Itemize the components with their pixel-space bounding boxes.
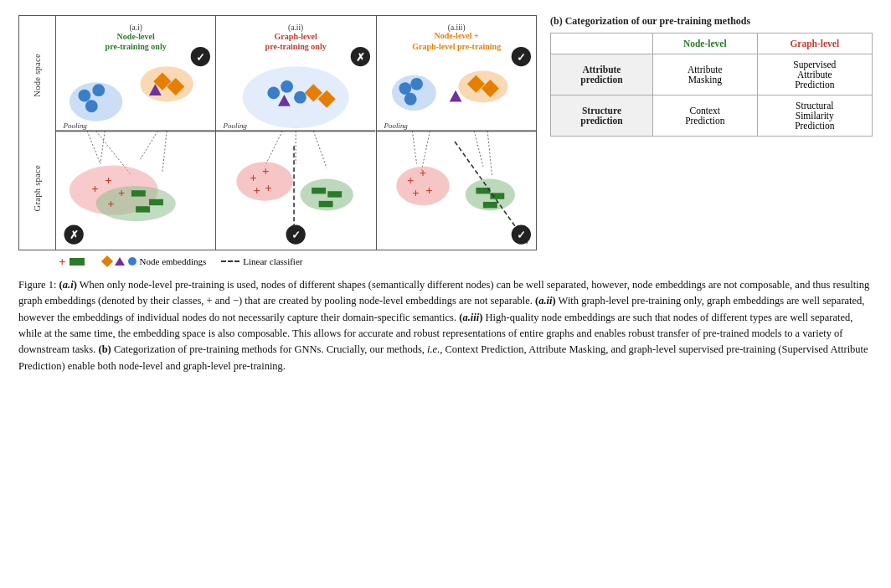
svg-text:✓: ✓ — [196, 52, 205, 64]
svg-line-77 — [474, 131, 483, 166]
svg-text:✓: ✓ — [517, 230, 526, 241]
panel-a-ii-svg: (a.ii) Graph-level pre-training only ✗ — [216, 16, 375, 250]
svg-text:Pooling: Pooling — [62, 121, 87, 130]
col-header-node-level: Node-level — [652, 34, 757, 54]
svg-rect-26 — [131, 190, 146, 196]
cell-attribute-graph: SupervisedAttributePrediction — [757, 54, 872, 95]
svg-point-7 — [92, 84, 105, 96]
cell-attribute-node: AttributeMasking — [652, 54, 757, 95]
table-row-structure: Structureprediction ContextPrediction St… — [551, 95, 873, 137]
svg-text:(a.ii): (a.ii) — [288, 23, 303, 33]
legend-graph-embeddings: + — [59, 255, 88, 269]
cell-structure-node: ContextPrediction — [652, 95, 757, 137]
svg-text:Graph-level: Graph-level — [275, 32, 317, 41]
svg-text:+: + — [118, 186, 125, 199]
svg-line-18 — [140, 131, 157, 159]
categorization-table: Node-level Graph-level Attributepredicti… — [550, 33, 873, 137]
cat-title: (b) Categorization of our pre-training m… — [550, 15, 873, 28]
svg-text:Pooling: Pooling — [223, 121, 248, 130]
left-section: Node space Graph space (a.i) Node-level … — [18, 15, 537, 269]
svg-text:+: + — [105, 173, 111, 187]
svg-point-67 — [410, 78, 423, 90]
rect-symbol — [70, 258, 85, 266]
main-container: Node space Graph space (a.i) Node-level … — [0, 0, 891, 389]
svg-text:pre-training only: pre-training only — [265, 42, 327, 51]
legend-row: + Node embeddings Linear classifier — [18, 255, 537, 269]
svg-text:+: + — [425, 183, 432, 197]
svg-line-78 — [487, 131, 492, 175]
svg-text:+: + — [265, 181, 271, 194]
svg-rect-28 — [136, 206, 150, 212]
outer-wrapper: Node space Graph space (a.i) Node-level … — [18, 15, 873, 269]
panel-a-ii: (a.ii) Graph-level pre-training only ✗ — [216, 16, 376, 250]
svg-text:✗: ✗ — [70, 230, 79, 241]
dash-symbol — [221, 260, 239, 262]
cross-symbol: + — [59, 255, 66, 269]
svg-line-47 — [314, 131, 327, 168]
y-label-node-space: Node space — [33, 54, 42, 97]
row-header-structure: Structureprediction — [551, 95, 653, 137]
svg-text:+: + — [262, 164, 269, 178]
svg-point-38 — [281, 80, 294, 93]
svg-text:Node-level +: Node-level + — [434, 31, 479, 40]
col-header-graph-level: Graph-level — [757, 34, 872, 54]
svg-rect-87 — [483, 202, 497, 208]
panels-and-ylabels: Node space Graph space (a.i) Node-level … — [18, 15, 537, 250]
legend-node-embeddings: Node embeddings — [103, 256, 207, 266]
svg-rect-27 — [149, 199, 163, 205]
svg-line-45 — [265, 131, 282, 166]
svg-text:Pooling: Pooling — [383, 121, 408, 130]
diamond-symbol — [100, 255, 112, 267]
table-row-attribute: Attributeprediction AttributeMasking Sup… — [551, 54, 873, 95]
svg-rect-55 — [328, 191, 342, 197]
svg-point-39 — [294, 91, 306, 104]
panel-a-iii: (a.iii) Node-level + Graph-level pre-tra… — [377, 16, 536, 250]
svg-text:✗: ✗ — [356, 52, 365, 64]
table-header-row: Node-level Graph-level — [551, 34, 873, 54]
svg-text:+: + — [412, 186, 419, 199]
panel-a-iii-svg: (a.iii) Node-level + Graph-level pre-tra… — [377, 16, 536, 250]
figure-caption: Figure 1: (a.i) When only node-level pre… — [18, 277, 873, 374]
svg-point-69 — [458, 70, 507, 102]
svg-text:+: + — [407, 173, 414, 187]
svg-line-75 — [412, 131, 416, 163]
svg-text:Node-level: Node-level — [117, 32, 155, 41]
y-axis-labels: Node space Graph space — [19, 16, 56, 250]
svg-point-37 — [268, 86, 281, 99]
svg-text:Graph-level pre-training: Graph-level pre-training — [412, 42, 501, 51]
svg-point-66 — [399, 82, 411, 95]
row-header-attribute: Attributeprediction — [551, 54, 653, 95]
svg-text:pre-training only: pre-training only — [106, 42, 167, 51]
legend-node-label: Node embeddings — [140, 256, 207, 266]
svg-point-8 — [85, 100, 98, 112]
col-header-empty — [551, 34, 653, 54]
svg-text:+: + — [419, 166, 425, 179]
svg-rect-54 — [312, 188, 327, 193]
svg-text:+: + — [250, 171, 257, 184]
svg-text:(a.i): (a.i) — [129, 23, 142, 33]
legend-linear-classifier: Linear classifier — [221, 256, 302, 266]
categorization-box: (b) Categorization of our pre-training m… — [550, 15, 873, 137]
cell-structure-graph: StructuralSimilarityPrediction — [757, 95, 872, 137]
svg-line-16 — [100, 131, 105, 163]
triangle-symbol — [115, 257, 125, 266]
legend-classifier-label: Linear classifier — [243, 256, 302, 266]
circle-symbol — [128, 257, 136, 266]
svg-text:✓: ✓ — [517, 52, 526, 64]
svg-point-68 — [404, 93, 416, 106]
svg-text:✓: ✓ — [291, 230, 301, 241]
svg-point-6 — [78, 90, 90, 102]
svg-text:+: + — [107, 197, 114, 210]
svg-rect-56 — [319, 201, 333, 207]
svg-text:+: + — [91, 182, 98, 195]
y-label-graph-space: Graph space — [33, 165, 42, 211]
panel-a-i: (a.i) Node-level pre-training only ✓ — [56, 16, 216, 250]
svg-line-19 — [162, 131, 167, 173]
svg-line-15 — [87, 131, 100, 163]
panel-a-i-svg: (a.i) Node-level pre-training only ✓ — [56, 16, 215, 250]
svg-text:+: + — [254, 183, 260, 197]
